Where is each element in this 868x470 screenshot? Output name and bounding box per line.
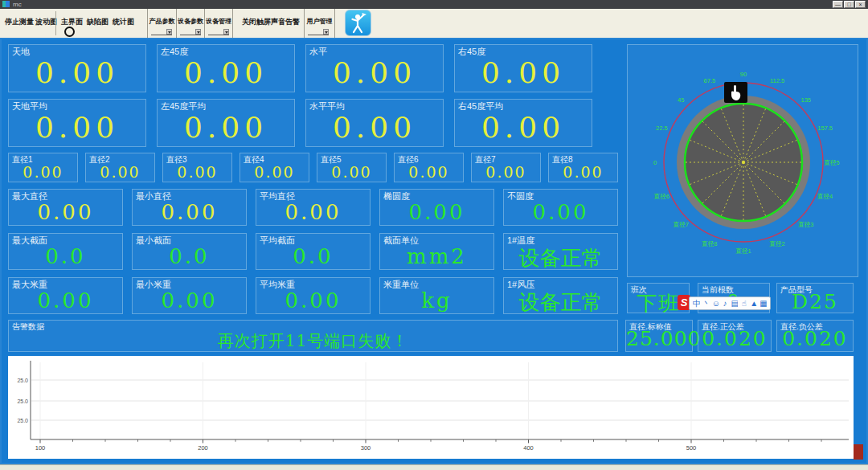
emoji-icon[interactable]: ☺ [712,297,719,309]
panel-value: 0.00 [9,56,145,89]
main-screen-button[interactable]: 主界面 [61,17,83,27]
measure-panel-tiandi-avg: 天地平均 0.00 [8,99,146,147]
stat-panel-out-of-round: 不圆度 0.00 [503,189,618,226]
gauge-label: 直径1 [735,247,751,255]
device-manage-dropdown[interactable] [208,29,229,35]
window-title: mc [13,0,22,9]
hand-cursor-icon [724,82,747,103]
stop-measure-button[interactable]: 停止测量 [5,17,34,27]
window-controls: — □ × [833,1,866,8]
device-manage-button[interactable]: 设备管理 [205,17,232,26]
voice-input-icon[interactable]: ♪ [722,297,729,309]
gauge-label: 112.5 [770,77,784,84]
stat-panel-min-diameter: 最小直径 0.00 [132,189,247,226]
device-param-button[interactable]: 设备参数 [177,17,204,26]
x-tick-label: 200 [198,444,208,452]
titlebar: mc — □ × [0,0,868,9]
user-manage-button[interactable]: 用户管理 [305,17,334,26]
x-tick-label: 500 [686,444,697,452]
gauge-center-dot [742,161,745,164]
status-value: 设备正常 [504,244,617,272]
product-param-dropdown[interactable] [151,29,172,35]
panel-value: 0.00 [158,56,294,89]
panel-value: 0.00 [240,163,309,181]
panel-value: 0.00 [133,288,246,313]
app-icon [2,1,10,7]
maximize-button[interactable]: □ [844,1,854,8]
measure-panel-tiandi: 天地 0.00 [8,44,146,92]
person-running-glyph [346,10,371,35]
close-button[interactable]: × [855,1,866,8]
stat-panel-ovality: 椭圆度 0.00 [379,189,494,226]
device-param-group: 设备参数 [176,9,205,38]
diameter-panel-1: 直径1 0.00 [8,153,78,182]
punctuation-icon[interactable]: 丶 [702,297,710,309]
chinese-mode-icon[interactable]: 中 [693,297,700,309]
panel-value: 0.00 [317,163,386,181]
chevron-down-icon [223,29,229,35]
x-tick-label: 300 [361,444,371,452]
toolbar: 停止测量 波动图 主界面 缺陷图 统计图 产品参数 设备参数 设备管理 关闭触屏… [0,9,868,39]
x-tick-label: 100 [35,444,46,452]
panel-value: 0.00 [9,163,77,181]
measure-panel-left45-avg: 左45度平均 0.00 [157,99,295,147]
person-running-icon[interactable] [345,10,371,36]
product-param-button[interactable]: 产品参数 [148,17,176,26]
touch-screen-button[interactable]: 关闭触屏 [242,17,271,27]
keyboard-icon[interactable]: ▤ [731,297,739,309]
stat-panel-avg-section: 平均截面 0.0 [256,233,371,270]
main-screen-indicator-icon [64,27,75,37]
hand-cursor-glyph [724,82,747,103]
panel-value: 0.00 [455,56,592,89]
main-area: 天地 0.00 左45度 0.00 水平 0.00 右45度 0.00 天地平均… [0,38,868,464]
minimize-button[interactable]: — [833,1,843,8]
trend-chart: 25.025.025.0100200300400500 [8,356,854,459]
device-param-dropdown[interactable] [180,29,201,35]
panel-value: 0.00 [86,163,154,181]
panel-value: 0.00 [472,163,540,181]
gauge-label: 直径6 [653,193,669,200]
panel-value: 0.00 [380,200,493,224]
stat-panel-min-section: 最小截面 0.0 [132,233,247,270]
handwriting-icon[interactable]: ☝ [740,297,747,309]
alarm-panel: 告警数据 再次打开11号端口失败！ [8,320,618,352]
x-tick-label: 400 [523,444,534,452]
panel-value: 0.00 [256,200,370,224]
gauge-label: 0 [653,159,657,166]
panel-value: 0.00 [158,111,294,144]
user-manage-dropdown[interactable] [308,29,329,35]
gauge-label: 直径8 [701,240,717,247]
model-value: D25 [777,290,853,313]
toolbox-icon[interactable]: ▦ [760,297,767,309]
minus-tolerance-panel: 直径.负公差 0.020 [776,320,854,352]
sound-alarm-button[interactable]: 声音告警 [271,17,300,27]
panel-value: 0.00 [256,288,370,313]
stat-panel-avg-diameter: 平均直径 0.00 [256,189,371,226]
wave-chart-button[interactable]: 波动图 [35,17,57,27]
gauge-label: 135 [801,96,812,104]
chevron-down-icon [323,29,329,35]
panel-value: 0.00 [306,111,443,144]
skin-icon[interactable]: ▲ [750,297,757,309]
gauge-label: 直径7 [673,221,689,228]
panel-value: 0.0 [256,244,370,268]
panel-value: mm2 [380,244,493,268]
stat-panel-air-pressure-status: 1#风压 设备正常 [503,277,618,314]
trend-chart-panel: 25.025.025.0100200300400500 [8,356,854,459]
taskbar-artifact [854,444,863,460]
plus-tolerance-value: 0.020 [698,327,771,350]
diameter-panel-5: 直径5 0.00 [317,153,387,182]
bottom-strip [0,464,868,470]
y-tick-label: 25.0 [17,418,28,423]
panel-value: 0.00 [455,111,592,144]
panel-value: 0.00 [9,288,122,313]
measure-panel-left45: 左45度 0.00 [157,44,295,92]
defect-chart-button[interactable]: 缺陷图 [87,17,108,27]
measure-panel-horizontal: 水平 0.00 [305,44,444,92]
panel-value: 0.00 [306,56,443,89]
stat-chart-button[interactable]: 统计图 [113,17,134,27]
alarm-message: 再次打开11号端口失败！ [9,330,617,352]
stat-panel-weight-unit: 米重单位 kg [379,277,494,314]
panel-value: 0.00 [133,200,246,224]
measure-panel-right45: 右45度 0.00 [454,44,592,92]
